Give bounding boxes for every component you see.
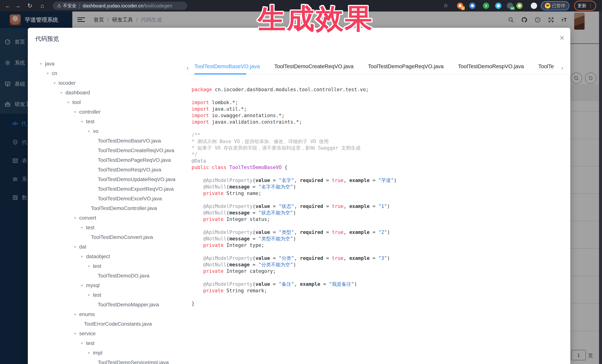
code-line bbox=[192, 294, 397, 301]
code-line: } bbox=[192, 301, 397, 307]
tree-node-label: ToolTestDemoRespVO.java bbox=[98, 167, 161, 173]
tree-file-ToolTestDemoDO.java[interactable]: ToolTestDemoDO.java bbox=[28, 271, 191, 281]
caret-down-icon[interactable] bbox=[67, 102, 70, 104]
tab-ToolTestDemoRespVO.java[interactable]: ToolTestDemoRespVO.java bbox=[458, 60, 524, 73]
caret-down-icon[interactable] bbox=[81, 256, 83, 258]
tree-folder-dal[interactable]: dal bbox=[28, 242, 191, 252]
tree-node-label: tool bbox=[72, 99, 81, 105]
modal-title: 代码预览 bbox=[35, 35, 59, 43]
tab-ToolTe[interactable]: ToolTe bbox=[538, 60, 554, 73]
sprout-extension-icon[interactable] bbox=[516, 3, 523, 9]
tree-folder-java[interactable]: java bbox=[28, 59, 191, 69]
drop-extension-icon[interactable] bbox=[469, 3, 475, 9]
tree-file-ToolTestDemoExportReqVO.java[interactable]: ToolTestDemoExportReqVO.java bbox=[28, 184, 191, 194]
code-preview-modal: 代码预览 × javacniocoderdashboardtoolcontrol… bbox=[28, 28, 570, 364]
code-line: @ApiModelProperty(value = "备注", example … bbox=[192, 281, 397, 287]
tree-node-label: impl bbox=[93, 350, 102, 356]
tree-folder-mysql[interactable]: mysql bbox=[28, 281, 191, 290]
code-line: import javax.validation.constraints.*; bbox=[192, 119, 397, 125]
tree-folder-cn[interactable]: cn bbox=[28, 69, 191, 78]
tree-file-ToolErrorCodeConstants.java[interactable]: ToolErrorCodeConstants.java bbox=[28, 319, 191, 329]
caret-down-icon[interactable] bbox=[87, 266, 90, 267]
caret-down-icon[interactable] bbox=[60, 92, 63, 94]
browser-update-button[interactable]: 更新 ⋮ bbox=[574, 1, 596, 11]
tree-file-ToolTestDemoController.java[interactable]: ToolTestDemoController.java bbox=[28, 204, 191, 213]
caret-down-icon[interactable] bbox=[53, 83, 56, 84]
close-icon[interactable]: × bbox=[557, 33, 567, 43]
profile-paused-badge[interactable]: 已暂停 bbox=[541, 1, 569, 10]
caret-down-icon[interactable] bbox=[81, 343, 83, 344]
tree-node-label: mysql bbox=[86, 282, 100, 288]
tree-file-ToolTestDemoRespVO.java[interactable]: ToolTestDemoRespVO.java bbox=[28, 165, 191, 175]
tree-folder-controller[interactable]: controller bbox=[28, 107, 191, 117]
tree-folder-test[interactable]: test bbox=[28, 338, 191, 348]
tree-folder-tool[interactable]: tool bbox=[28, 97, 191, 107]
tabs-scroll-right-icon[interactable]: › bbox=[561, 64, 563, 71]
bookmark-star-icon[interactable]: ☆ bbox=[443, 2, 448, 9]
caret-down-icon[interactable] bbox=[81, 121, 83, 123]
caret-down-icon[interactable] bbox=[46, 73, 49, 74]
diamond-extension-icon[interactable] bbox=[495, 3, 502, 9]
caret-down-icon[interactable] bbox=[87, 352, 90, 354]
tree-folder-convert[interactable]: convert bbox=[28, 213, 191, 223]
code-line: @ApiModelProperty(value = "分类", required… bbox=[192, 255, 397, 261]
caret-down-icon[interactable] bbox=[74, 333, 76, 335]
browser-menu-icon[interactable]: ⋮ bbox=[588, 3, 593, 8]
caret-down-icon[interactable] bbox=[74, 246, 76, 248]
caret-down-icon[interactable] bbox=[74, 218, 76, 219]
caret-down-icon[interactable] bbox=[87, 294, 90, 296]
ubuntu-extension-icon[interactable]: 1 bbox=[457, 3, 463, 9]
y-extension-icon[interactable]: y bbox=[483, 3, 489, 9]
tree-node-label: ToolTestDemoMapper.java bbox=[98, 302, 159, 307]
tree-folder-service[interactable]: service bbox=[28, 329, 191, 338]
security-warning-icon: ⚠ bbox=[57, 3, 61, 8]
puzzle-extension-icon[interactable] bbox=[531, 3, 537, 9]
tree-folder-impl[interactable]: impl bbox=[28, 348, 191, 358]
tree-folder-test[interactable]: test bbox=[28, 261, 191, 271]
caret-down-icon[interactable] bbox=[40, 63, 42, 65]
tree-folder-dashboard[interactable]: dashboard bbox=[28, 88, 191, 97]
caret-down-icon[interactable] bbox=[81, 227, 83, 229]
tree-node-label: ToolErrorCodeConstants.java bbox=[84, 321, 152, 327]
tree-file-ToolTestDemoConvert.java[interactable]: ToolTestDemoConvert.java bbox=[28, 232, 191, 242]
tree-folder-iocoder[interactable]: iocoder bbox=[28, 78, 191, 88]
tree-file-ToolTestDemoCreateReqVO.java[interactable]: ToolTestDemoCreateReqVO.java bbox=[28, 146, 191, 155]
tree-node-label: test bbox=[86, 119, 94, 124]
tab-ToolTestDemoPageReqVO.java[interactable]: ToolTestDemoPageReqVO.java bbox=[368, 60, 444, 73]
annotation-text: 生成效果 bbox=[258, 3, 374, 34]
tree-folder-test[interactable]: test bbox=[28, 223, 191, 232]
tree-file-ToolTestDemoExcelVO.java[interactable]: ToolTestDemoExcelVO.java bbox=[28, 194, 191, 204]
caret-down-icon[interactable] bbox=[74, 111, 76, 113]
tree-node-label: ToolTestDemoController.java bbox=[91, 205, 157, 211]
caret-down-icon[interactable] bbox=[87, 131, 90, 132]
caret-down-icon[interactable] bbox=[74, 314, 76, 315]
tree-folder-test[interactable]: test bbox=[28, 117, 191, 126]
tree-node-label: enums bbox=[79, 311, 95, 317]
tab-ToolTestDemoCreateReqVO.java[interactable]: ToolTestDemoCreateReqVO.java bbox=[274, 60, 354, 73]
browser-forward-button[interactable]: → bbox=[13, 1, 22, 10]
tree-file-ToolTestDemoBaseVO.java[interactable]: ToolTestDemoBaseVO.java bbox=[28, 136, 191, 146]
tree-folder-enums[interactable]: enums bbox=[28, 310, 191, 319]
tree-file-ToolTestDemoPageReqVO.java[interactable]: ToolTestDemoPageReqVO.java bbox=[28, 155, 191, 165]
code-line bbox=[192, 274, 397, 281]
tabs-scroll-left-icon[interactable]: ‹ bbox=[187, 64, 189, 71]
browser-back-button[interactable]: ← bbox=[3, 1, 12, 10]
paused-label: 已暂停 bbox=[552, 3, 565, 9]
tree-file-ToolTestDemoServiceImpl.java[interactable]: ToolTestDemoServiceImpl.java bbox=[28, 358, 191, 364]
list-extension-icon[interactable]: on bbox=[507, 3, 513, 9]
extension-badge: 1 bbox=[461, 6, 465, 10]
code-line: @NotNull(message = "分类不能为空") bbox=[192, 261, 397, 268]
browser-home-button[interactable]: ⌂ bbox=[38, 1, 47, 10]
browser-scrollbar[interactable] bbox=[599, 11, 602, 364]
tab-ToolTestDemoBaseVO.java[interactable]: ToolTestDemoBaseVO.java bbox=[194, 60, 260, 73]
tree-node-label: ToolTestDemoPageReqVO.java bbox=[98, 157, 171, 163]
address-bar[interactable]: ⚠ 不安全 | dashboard.yudao.iocoder.cn /tool… bbox=[53, 2, 187, 10]
tree-folder-vo[interactable]: vo bbox=[28, 126, 191, 136]
tree-file-ToolTestDemoMapper.java[interactable]: ToolTestDemoMapper.java bbox=[28, 300, 191, 310]
url-path: /tool/codegen bbox=[143, 3, 172, 9]
caret-down-icon[interactable] bbox=[81, 285, 83, 287]
tree-folder-test[interactable]: test bbox=[28, 290, 191, 300]
browser-reload-button[interactable]: ↻ bbox=[26, 1, 34, 10]
tree-file-ToolTestDemoUpdateReqVO.java[interactable]: ToolTestDemoUpdateReqVO.java bbox=[28, 175, 191, 184]
tree-folder-dataobject[interactable]: dataobject bbox=[28, 252, 191, 261]
